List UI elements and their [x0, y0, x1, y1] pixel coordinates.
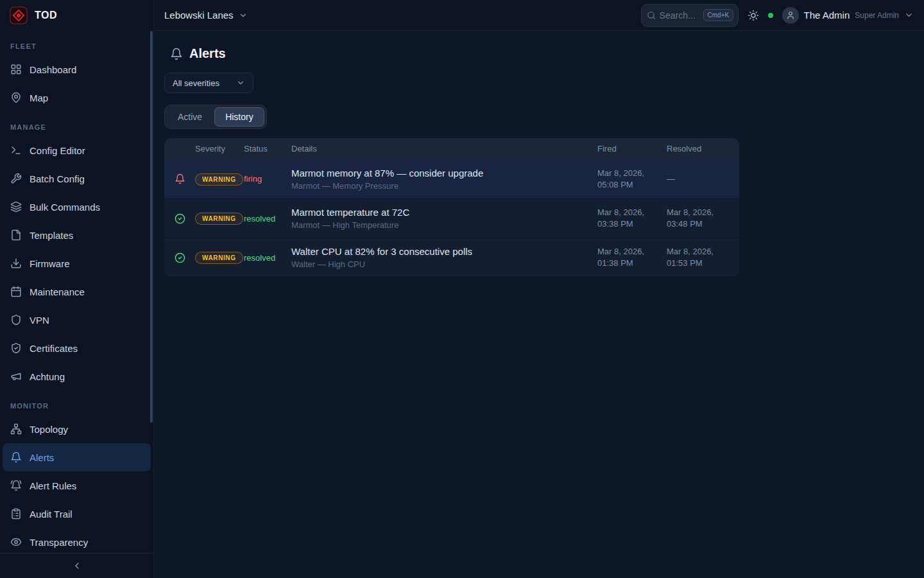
sidebar-item-audit-trail[interactable]: Audit Trail: [3, 500, 151, 528]
sidebar-item-dashboard[interactable]: Dashboard: [3, 55, 151, 83]
search-icon: [647, 11, 656, 20]
fired-cell: Mar 8, 2026, 03:38 PM: [597, 207, 667, 229]
table-row[interactable]: WARNING firing Marmot memory at 87% — co…: [164, 159, 739, 198]
wrench-icon: [10, 173, 22, 184]
sidebar-item-map[interactable]: Map: [3, 83, 151, 112]
column-details: Details: [291, 144, 597, 153]
sidebar-item-alerts[interactable]: Alerts: [3, 443, 151, 471]
sidebar-item-label: Alerts: [30, 452, 54, 463]
sidebar-item-maintenance[interactable]: Maintenance: [3, 277, 151, 306]
bell-alert-icon: [175, 173, 185, 184]
sidebar-item-firmware[interactable]: Firmware: [3, 249, 151, 277]
chevron-down-icon: [904, 10, 914, 20]
brand-name: TOD: [35, 10, 57, 21]
sidebar-item-label: Alert Rules: [30, 480, 76, 491]
user-menu[interactable]: The Admin Super Admin: [782, 7, 914, 24]
fired-cell: Mar 8, 2026, 01:38 PM: [597, 246, 667, 268]
table-row[interactable]: WARNING resolved Marmot temperature at 7…: [164, 198, 739, 238]
table-body: WARNING firing Marmot memory at 87% — co…: [164, 159, 739, 277]
bell-icon: [10, 451, 22, 463]
sidebar-item-vpn[interactable]: VPN: [3, 306, 151, 334]
sidebar-item-bulk-commands[interactable]: Bulk Commands: [3, 193, 151, 221]
sidebar-item-label: Certificates: [30, 343, 78, 354]
alerts-tabs: Active History: [164, 105, 267, 129]
details-cell: Walter CPU at 82% for 3 consecutive poll…: [291, 246, 597, 269]
column-fired: Fired: [597, 144, 667, 153]
alert-subtitle: Marmot — High Temperature: [291, 220, 590, 230]
chevron-left-icon: [72, 561, 82, 571]
theme-toggle-button[interactable]: [748, 10, 759, 21]
sidebar: TOD FLEET Dashboard Map MANAGE Config Ed…: [0, 0, 154, 578]
severity-badge: WARNING: [195, 213, 243, 225]
sidebar-item-label: Batch Config: [30, 173, 85, 184]
row-icon-cell: [164, 252, 195, 263]
search-shortcut-badge: Cmd+K: [703, 9, 734, 21]
sidebar-item-topology[interactable]: Topology: [3, 415, 151, 443]
megaphone-icon: [10, 371, 22, 382]
file-icon: [10, 229, 22, 241]
alert-title: Walter CPU at 82% for 3 consecutive poll…: [291, 246, 590, 257]
shield-icon: [10, 314, 22, 326]
network-icon: [10, 423, 22, 435]
sidebar-item-templates[interactable]: Templates: [3, 221, 151, 249]
sidebar-item-label: Audit Trail: [30, 509, 73, 520]
user-role-badge: Super Admin: [855, 11, 899, 20]
sidebar-item-label: Firmware: [30, 258, 70, 269]
check-circle-icon: [175, 252, 185, 263]
content: Alerts All severities Active History Sev…: [154, 31, 924, 287]
search-input[interactable]: [660, 10, 699, 21]
topbar-right: Cmd+K The Admin Super Admin: [641, 4, 914, 27]
sidebar-item-batch-config[interactable]: Batch Config: [3, 164, 151, 193]
sidebar-item-label: Topology: [30, 424, 68, 435]
severity-cell: WARNING: [195, 173, 244, 186]
sidebar-item-config-editor[interactable]: Config Editor: [3, 136, 151, 164]
map-pin-icon: [10, 92, 22, 103]
sidebar-item-label: Map: [30, 92, 48, 103]
shield-check-icon: [10, 342, 22, 354]
alerts-bell-icon: [170, 48, 183, 60]
clipboard-icon: [10, 508, 22, 520]
severity-badge: WARNING: [195, 252, 243, 264]
brand: TOD: [0, 0, 153, 31]
chevron-down-icon: [239, 11, 248, 20]
status-cell: resolved: [244, 214, 291, 223]
table-header-row: Severity Status Details Fired Resolved: [164, 138, 739, 159]
table-row[interactable]: WARNING resolved Walter CPU at 82% for 3…: [164, 238, 739, 277]
details-cell: Marmot temperature at 72C Marmot — High …: [291, 207, 597, 230]
column-status: Status: [244, 144, 291, 153]
user-icon: [786, 11, 795, 20]
sidebar-collapse-button[interactable]: [0, 553, 153, 578]
page-title-row: Alerts: [164, 41, 914, 61]
user-name: The Admin: [804, 10, 850, 21]
sidebar-item-label: Dashboard: [30, 64, 76, 75]
tab-history[interactable]: History: [214, 107, 264, 127]
severity-cell: WARNING: [195, 212, 244, 225]
filter-row: All severities: [164, 73, 914, 93]
resolved-cell: Mar 8, 2026, 03:48 PM: [667, 207, 739, 229]
severity-filter-select[interactable]: All severities: [164, 73, 253, 93]
fired-cell: Mar 8, 2026, 05:08 PM: [597, 168, 667, 190]
page-title: Alerts: [189, 46, 226, 61]
status-cell: resolved: [244, 253, 291, 263]
search-box[interactable]: Cmd+K: [641, 4, 739, 27]
eye-icon: [10, 536, 22, 548]
sidebar-item-alert-rules[interactable]: Alert Rules: [3, 471, 151, 500]
tab-active[interactable]: Active: [167, 107, 213, 127]
resolved-cell: Mar 8, 2026, 01:53 PM: [667, 246, 739, 268]
resolved-cell: —: [667, 173, 739, 185]
alert-subtitle: Marmot — Memory Pressure: [291, 181, 590, 191]
row-icon-cell: [164, 173, 195, 184]
topbar: Lebowski Lanes Cmd+K The Admin: [154, 0, 924, 31]
severity-cell: WARNING: [195, 251, 244, 264]
sidebar-item-achtung[interactable]: Achtung: [3, 362, 151, 390]
sidebar-section-fleet: FLEET: [0, 31, 153, 55]
alert-title: Marmot memory at 87% — consider upgrade: [291, 168, 590, 179]
terminal-icon: [10, 144, 22, 156]
sidebar-item-certificates[interactable]: Certificates: [3, 334, 151, 362]
alert-title: Marmot temperature at 72C: [291, 207, 590, 218]
avatar: [782, 7, 799, 24]
sidebar-item-transparency[interactable]: Transparency: [3, 528, 151, 553]
sidebar-item-label: Transparency: [30, 537, 88, 548]
org-selector[interactable]: Lebowski Lanes: [164, 10, 248, 21]
sidebar-scrollbar[interactable]: [150, 31, 153, 423]
